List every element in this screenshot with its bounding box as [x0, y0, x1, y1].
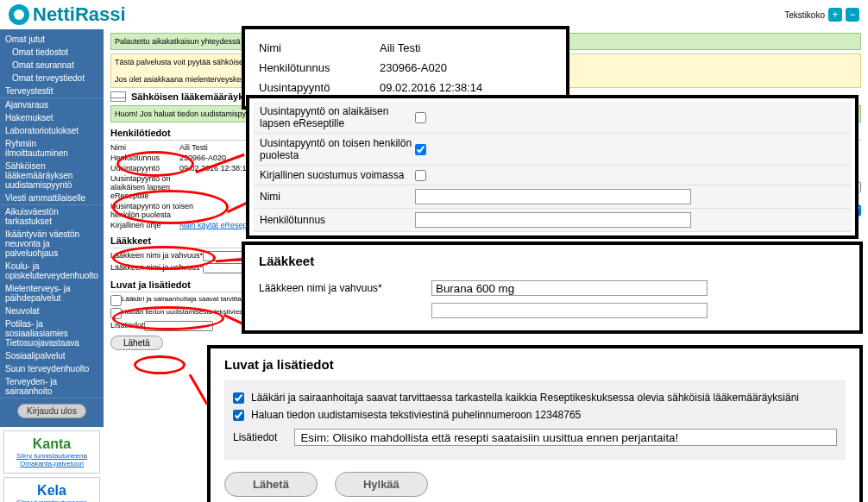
- sidebar-ikaantyvan[interactable]: Ikääntyvän väestön neuvonta ja palveluoh…: [0, 228, 104, 260]
- sidebar-hakemukset[interactable]: Hakemukset: [0, 111, 104, 124]
- kela-card[interactable]: Kela Siirry tunnistautuneena Kelan asioi…: [3, 477, 100, 502]
- input-laake-nimi[interactable]: [431, 280, 708, 296]
- sidebar-omat-seurannat[interactable]: Omat seurannat: [0, 59, 104, 72]
- text-size-label: Tekstikoko: [784, 10, 825, 20]
- sidebar-aikuis[interactable]: Aikuisväestön tarkastukset: [0, 205, 104, 228]
- chk-tekstiviesti[interactable]: [233, 410, 244, 421]
- text-size-minus-button[interactable]: −: [846, 8, 859, 22]
- luvat-title: Luvat ja lisätiedot: [224, 357, 846, 372]
- sidebar-omat-jutut[interactable]: Omat jutut: [0, 33, 104, 46]
- hylkaa-button[interactable]: Hylkää: [335, 472, 428, 497]
- chk-tarkastelu[interactable]: [233, 392, 244, 404]
- sidebar-viesti[interactable]: Viesti ammattilaiselle: [0, 191, 104, 204]
- kanta-logo: Kanta: [9, 436, 94, 452]
- sidebar-omat-terveystiedot[interactable]: Omat terveystiedot: [0, 72, 104, 85]
- envelope-icon: [110, 91, 126, 102]
- mini-laheta-button[interactable]: Lähetä: [110, 336, 163, 350]
- logo-text: NettiRassi: [33, 3, 126, 26]
- mini-lisatiedot-input[interactable]: [144, 321, 213, 331]
- ohje-link[interactable]: Näin käytät eReseptiä: [179, 221, 255, 229]
- sidebar-mielen[interactable]: Mielenterveys- ja päihdepalvelut: [0, 282, 104, 304]
- sidebar-potilas[interactable]: Potilas- ja sosiaaliasiamies Tietosuojav…: [0, 317, 104, 349]
- laakkeet-title: Lääkkeet: [259, 254, 846, 268]
- chk-toisen[interactable]: [415, 144, 426, 155]
- text-size-plus-button[interactable]: +: [828, 8, 842, 22]
- mini-luvat-chk1[interactable]: [110, 295, 122, 306]
- kela-logo: Kela: [9, 483, 94, 499]
- laheta-button[interactable]: Lähetä: [224, 472, 318, 497]
- input-puolesta-hetu[interactable]: [415, 212, 691, 228]
- logo-icon: [9, 4, 29, 25]
- input-laake-nimi-2[interactable]: [431, 303, 708, 318]
- app-header: NettiRassi Tekstikoko + −: [0, 0, 868, 29]
- logout-button[interactable]: Kirjaudu ulos: [17, 404, 86, 418]
- sidebar-sahkoisen[interactable]: Sähköisen lääkemääräyksen uudistamispyyn…: [0, 160, 104, 191]
- chk-alaikaisen[interactable]: [415, 112, 426, 123]
- sidebar-neuvolat[interactable]: Neuvolat: [0, 304, 104, 317]
- sidebar-terveyden[interactable]: Terveyden- ja sairaanhoito: [0, 375, 104, 398]
- kanta-card[interactable]: Kanta Siirry tunnistautuneena Omakanta-p…: [3, 430, 100, 474]
- kela-link[interactable]: Siirry tunnistautuneena Kelan asiointipa…: [9, 499, 94, 502]
- overlay-laakkeet: Lääkkeet Lääkkeen nimi ja vahvuus*: [242, 242, 863, 334]
- overlay-puolesta: Uusintapyyntö on alaikäisen lapsen eRese…: [246, 95, 859, 239]
- sidebar-ryhmiin[interactable]: Ryhmiin ilmoittautuminen: [0, 137, 104, 160]
- sidebar-laboratoriotulokset[interactable]: Laboratoriotulokset: [0, 124, 104, 137]
- mini-luvat-chk2[interactable]: [110, 308, 122, 319]
- sidebar-nav: Omat jutut Omat tiedostot Omat seurannat…: [0, 29, 104, 427]
- input-lisatiedot[interactable]: [294, 429, 837, 446]
- sidebar-sosiaalipalvelut[interactable]: Sosiaalipalvelut: [0, 349, 104, 362]
- chk-kirjallinen[interactable]: [415, 170, 426, 181]
- sidebar-omat-tiedostot[interactable]: Omat tiedostot: [0, 46, 104, 59]
- sidebar-koulu[interactable]: Koulu- ja opiskeluterveydenhuolto: [0, 260, 104, 282]
- sidebar-terveystestit[interactable]: Terveystestit: [0, 85, 104, 97]
- input-puolesta-nimi[interactable]: [415, 189, 691, 204]
- sidebar-ajanvaraus[interactable]: Ajanvaraus: [0, 98, 104, 111]
- text-size-control: Tekstikoko + −: [784, 8, 859, 22]
- overlay-luvat: Luvat ja lisätiedot Lääkäri ja sairaanho…: [207, 345, 863, 502]
- logo: NettiRassi: [9, 3, 126, 26]
- kanta-link[interactable]: Siirry tunnistautuneena Omakanta-palvelu…: [9, 452, 94, 467]
- sidebar-suun[interactable]: Suun terveydenhuolto: [0, 362, 104, 375]
